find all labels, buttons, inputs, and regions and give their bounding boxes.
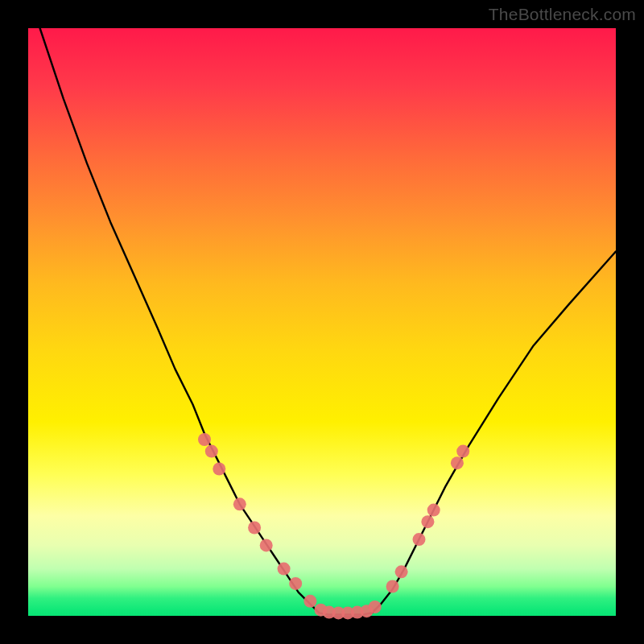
gradient-plot-area bbox=[28, 28, 616, 616]
curve-marker bbox=[248, 522, 261, 535]
curve-marker bbox=[213, 463, 225, 476]
curve-marker bbox=[205, 445, 218, 458]
curve-marker bbox=[289, 577, 302, 590]
curve-marker bbox=[260, 539, 273, 551]
curve-marker bbox=[413, 533, 426, 546]
curve-marker bbox=[233, 497, 246, 510]
curve-marker bbox=[427, 504, 440, 517]
curve-marker bbox=[303, 595, 316, 608]
curve-marker bbox=[421, 515, 434, 528]
curve-line bbox=[40, 28, 616, 615]
chart-container: TheBottleneck.com bbox=[0, 0, 644, 644]
curve-marker bbox=[369, 601, 382, 613]
bottleneck-curve bbox=[28, 28, 616, 616]
curve-marker bbox=[456, 445, 469, 458]
curve-markers bbox=[198, 433, 469, 619]
curve-marker bbox=[198, 433, 211, 446]
curve-marker bbox=[451, 456, 464, 469]
watermark-text: TheBottleneck.com bbox=[489, 5, 636, 24]
curve-marker bbox=[386, 580, 399, 593]
curve-marker bbox=[395, 565, 408, 578]
curve-marker bbox=[278, 563, 291, 576]
